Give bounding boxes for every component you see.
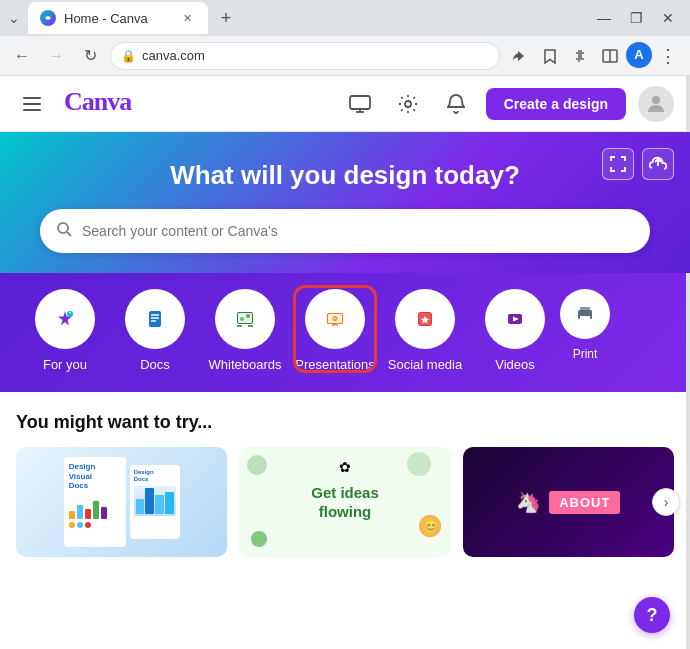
collapse-icon[interactable]: ⌄ — [8, 10, 20, 26]
suggestion-card-visual-docs[interactable]: DesignVisualDocs — [16, 447, 227, 557]
window-controls: — ❐ ✕ — [590, 4, 682, 32]
extensions-icon[interactable] — [566, 42, 594, 70]
svg-text:😊: 😊 — [423, 518, 440, 535]
tab-close-button[interactable]: ✕ — [178, 9, 196, 27]
card1-bar-chart — [69, 495, 121, 519]
whiteboards-icon — [215, 289, 275, 349]
search-icon — [56, 221, 72, 241]
docs-icon — [125, 289, 185, 349]
svg-point-22 — [246, 314, 250, 318]
back-button[interactable]: ← — [8, 42, 36, 70]
resize-icon[interactable] — [602, 148, 634, 180]
user-avatar[interactable] — [638, 86, 674, 122]
category-presentations[interactable]: Presentations — [290, 289, 380, 372]
hamburger-line-2 — [23, 103, 41, 105]
browser-title-bar: ⌄ Home - Canva ✕ + — ❐ ✕ — [0, 0, 690, 36]
for-you-label: For you — [43, 357, 87, 372]
maximize-button[interactable]: ❐ — [622, 4, 650, 32]
toolbar-actions: A ⋮ — [506, 42, 682, 70]
print-icon — [560, 289, 610, 339]
browser-profile-button[interactable]: A — [626, 42, 652, 68]
suggestion-card-about[interactable]: 🦄 ABOUT — [463, 447, 674, 557]
svg-rect-14 — [149, 311, 161, 327]
svg-rect-20 — [238, 313, 252, 323]
forward-button[interactable]: → — [42, 42, 70, 70]
category-whiteboards[interactable]: Whiteboards — [200, 289, 290, 372]
minimize-button[interactable]: — — [590, 4, 618, 32]
browser-toolbar: ← → ↻ 🔒 canva.com A ⋮ — [0, 36, 690, 76]
share-icon[interactable] — [506, 42, 534, 70]
canva-logo[interactable]: Canva — [64, 84, 154, 123]
hero-actions — [602, 148, 674, 180]
search-input[interactable] — [82, 223, 634, 239]
bell-icon[interactable] — [438, 86, 474, 122]
card1-mini-chart — [134, 486, 176, 516]
card1-doc-title: DesignVisualDocs — [69, 462, 121, 491]
svg-text:Canva: Canva — [64, 87, 132, 116]
card3-about-container: 🦄 ABOUT — [516, 490, 620, 514]
card2-deco-4: 😊 — [419, 515, 441, 537]
next-button[interactable]: › — [652, 488, 680, 516]
svg-point-7 — [405, 101, 411, 107]
print-label: Print — [573, 347, 598, 361]
tab-title: Home - Canva — [64, 11, 148, 26]
categories-row: For you Docs Whiteboards — [0, 273, 690, 392]
bookmark-icon[interactable] — [536, 42, 564, 70]
suggestions-title: You might want to try... — [16, 412, 674, 433]
card2-content: 😊 Get ideasflowing ✿ — [239, 447, 450, 557]
card1-inner: DesignVisualDocs — [16, 447, 227, 557]
browser-menu-button[interactable]: ⋮ — [654, 42, 682, 70]
window-split-icon[interactable] — [596, 42, 624, 70]
display-icon[interactable] — [342, 86, 378, 122]
videos-icon — [485, 289, 545, 349]
card2-deco-2 — [407, 452, 431, 476]
address-url: canva.com — [142, 48, 205, 63]
suggestion-card-ideas[interactable]: 😊 Get ideasflowing ✿ — [239, 447, 450, 557]
svg-point-21 — [240, 317, 244, 321]
videos-label: Videos — [495, 357, 535, 372]
header-actions: Create a design — [342, 86, 674, 122]
category-docs[interactable]: Docs — [110, 289, 200, 372]
card1-dots — [69, 522, 121, 528]
tab-favicon — [40, 10, 56, 26]
svg-rect-40 — [580, 316, 590, 320]
card3-content: 🦄 ABOUT — [463, 447, 674, 557]
svg-rect-39 — [580, 307, 590, 311]
cloud-upload-icon[interactable] — [642, 148, 674, 180]
new-tab-button[interactable]: + — [212, 4, 240, 32]
search-bar[interactable] — [40, 209, 650, 253]
reload-button[interactable]: ↻ — [76, 42, 104, 70]
category-for-you[interactable]: For you — [20, 289, 110, 372]
presentations-label: Presentations — [295, 357, 375, 372]
card3-emoji: 🦄 — [516, 490, 541, 514]
svg-line-10 — [67, 232, 71, 236]
suggestions-grid: DesignVisualDocs — [16, 447, 674, 557]
about-badge: ABOUT — [549, 491, 620, 514]
card1-doc-main: DesignVisualDocs — [64, 457, 126, 547]
card3-inner: 🦄 ABOUT — [463, 447, 674, 557]
address-bar[interactable]: 🔒 canva.com — [110, 42, 500, 70]
docs-label: Docs — [140, 357, 170, 372]
whiteboards-label: Whiteboards — [209, 357, 282, 372]
active-tab[interactable]: Home - Canva ✕ — [28, 2, 208, 34]
hamburger-line-3 — [23, 109, 41, 111]
close-window-button[interactable]: ✕ — [654, 4, 682, 32]
card2-inner: 😊 Get ideasflowing ✿ — [239, 447, 450, 557]
category-social-media[interactable]: Social media — [380, 289, 470, 372]
canva-app: Canva Create a design — [0, 76, 690, 649]
social-icon — [395, 289, 455, 349]
presentations-icon — [305, 289, 365, 349]
svg-rect-4 — [350, 96, 370, 109]
help-button[interactable]: ? — [634, 597, 670, 633]
social-media-label: Social media — [388, 357, 462, 372]
hero-section: What will you design today? — [0, 132, 690, 273]
card2-title: Get ideasflowing — [301, 473, 389, 532]
hero-title: What will you design today? — [40, 160, 650, 191]
hamburger-menu-button[interactable] — [16, 88, 48, 120]
category-videos[interactable]: Videos — [470, 289, 560, 372]
settings-icon[interactable] — [390, 86, 426, 122]
category-print[interactable]: Print — [560, 289, 610, 372]
card1-doc-secondary: DesignDocs — [130, 465, 180, 539]
browser-frame: ⌄ Home - Canva ✕ + — ❐ ✕ ← → ↻ 🔒 canva.c… — [0, 0, 690, 649]
create-design-button[interactable]: Create a design — [486, 88, 626, 120]
